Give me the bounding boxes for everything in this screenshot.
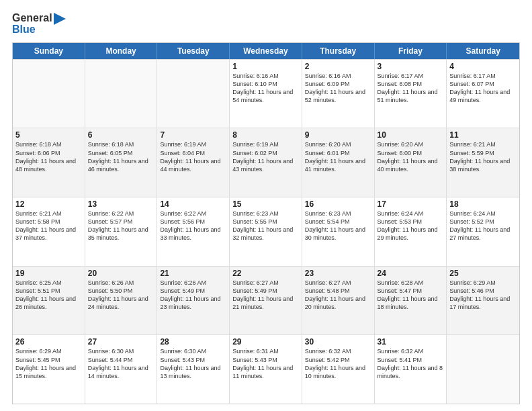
svg-marker-0: [54, 13, 66, 25]
cell-info: Sunrise: 6:26 AMSunset: 5:50 PMDaylight:…: [88, 279, 154, 312]
day-number: 13: [88, 199, 154, 209]
calendar-cell: 26Sunrise: 6:29 AMSunset: 5:45 PMDayligh…: [13, 335, 85, 404]
day-number: 30: [305, 337, 371, 347]
day-number: 15: [232, 199, 299, 209]
cell-info: Sunrise: 6:21 AMSunset: 5:58 PMDaylight:…: [15, 210, 82, 242]
day-number: 28: [160, 337, 226, 347]
day-of-week-header: Thursday: [302, 43, 375, 59]
day-of-week-header: Sunday: [13, 43, 85, 59]
day-number: 2: [305, 62, 371, 71]
day-of-week-header: Tuesday: [157, 43, 230, 59]
day-number: 24: [378, 269, 444, 278]
day-number: 6: [88, 130, 154, 140]
cell-info: Sunrise: 6:24 AMSunset: 5:52 PMDaylight:…: [449, 210, 517, 242]
cell-info: Sunrise: 6:23 AMSunset: 5:55 PMDaylight:…: [232, 210, 299, 242]
logo: General Blue: [12, 12, 66, 36]
day-number: 10: [378, 130, 444, 140]
cell-info: Sunrise: 6:17 AMSunset: 6:07 PMDaylight:…: [449, 72, 517, 105]
calendar-cell: [85, 60, 158, 128]
header: General Blue: [12, 12, 520, 36]
day-of-week-header: Friday: [375, 43, 447, 59]
cell-info: Sunrise: 6:28 AMSunset: 5:47 PMDaylight:…: [378, 279, 444, 312]
calendar-cell: 4Sunrise: 6:17 AMSunset: 6:07 PMDaylight…: [447, 60, 519, 128]
calendar-row: 19Sunrise: 6:25 AMSunset: 5:51 PMDayligh…: [13, 266, 519, 335]
calendar-cell: [447, 335, 519, 404]
calendar-cell: 10Sunrise: 6:20 AMSunset: 6:00 PMDayligh…: [375, 128, 447, 197]
day-number: 31: [378, 337, 444, 347]
calendar-cell: 15Sunrise: 6:23 AMSunset: 5:55 PMDayligh…: [230, 197, 302, 266]
day-number: 18: [449, 199, 517, 209]
calendar-cell: 18Sunrise: 6:24 AMSunset: 5:52 PMDayligh…: [447, 197, 519, 266]
calendar-cell: 13Sunrise: 6:22 AMSunset: 5:57 PMDayligh…: [85, 197, 158, 266]
day-number: 7: [160, 130, 226, 140]
calendar-body: 1Sunrise: 6:16 AMSunset: 6:10 PMDaylight…: [13, 59, 519, 404]
calendar-cell: 14Sunrise: 6:22 AMSunset: 5:56 PMDayligh…: [157, 197, 230, 266]
day-number: 22: [232, 269, 299, 278]
cell-info: Sunrise: 6:32 AMSunset: 5:41 PMDaylight:…: [378, 347, 444, 380]
calendar-cell: 12Sunrise: 6:21 AMSunset: 5:58 PMDayligh…: [13, 197, 85, 266]
day-number: 3: [378, 62, 444, 71]
day-number: 17: [378, 199, 444, 209]
calendar-row: 12Sunrise: 6:21 AMSunset: 5:58 PMDayligh…: [13, 197, 519, 266]
calendar-cell: 22Sunrise: 6:27 AMSunset: 5:49 PMDayligh…: [230, 267, 302, 335]
calendar-cell: 30Sunrise: 6:32 AMSunset: 5:42 PMDayligh…: [302, 335, 375, 404]
day-of-week-header: Saturday: [447, 43, 519, 59]
cell-info: Sunrise: 6:16 AMSunset: 6:09 PMDaylight:…: [305, 72, 371, 105]
cell-info: Sunrise: 6:18 AMSunset: 6:05 PMDaylight:…: [88, 140, 154, 173]
calendar-cell: [13, 60, 85, 128]
calendar-header: SundayMondayTuesdayWednesdayThursdayFrid…: [13, 43, 519, 59]
day-number: 1: [232, 62, 299, 71]
calendar-cell: [157, 60, 230, 128]
calendar-cell: 8Sunrise: 6:19 AMSunset: 6:02 PMDaylight…: [230, 128, 302, 197]
cell-info: Sunrise: 6:22 AMSunset: 5:57 PMDaylight:…: [88, 210, 154, 242]
calendar-row: 5Sunrise: 6:18 AMSunset: 6:06 PMDaylight…: [13, 128, 519, 197]
cell-info: Sunrise: 6:29 AMSunset: 5:45 PMDaylight:…: [15, 347, 82, 380]
cell-info: Sunrise: 6:16 AMSunset: 6:10 PMDaylight:…: [232, 72, 299, 105]
day-of-week-header: Wednesday: [230, 43, 302, 59]
calendar-cell: 20Sunrise: 6:26 AMSunset: 5:50 PMDayligh…: [85, 267, 158, 335]
day-number: 21: [160, 269, 226, 278]
day-number: 5: [15, 130, 82, 140]
day-number: 27: [88, 337, 154, 347]
calendar-cell: 9Sunrise: 6:20 AMSunset: 6:01 PMDaylight…: [302, 128, 375, 197]
day-number: 25: [449, 269, 517, 278]
day-number: 16: [305, 199, 371, 209]
cell-info: Sunrise: 6:27 AMSunset: 5:48 PMDaylight:…: [305, 279, 371, 312]
calendar-cell: 24Sunrise: 6:28 AMSunset: 5:47 PMDayligh…: [375, 267, 447, 335]
day-of-week-header: Monday: [85, 43, 158, 59]
day-number: 12: [15, 199, 82, 209]
calendar-cell: 1Sunrise: 6:16 AMSunset: 6:10 PMDaylight…: [230, 60, 302, 128]
calendar-cell: 3Sunrise: 6:17 AMSunset: 6:08 PMDaylight…: [375, 60, 447, 128]
day-number: 23: [305, 269, 371, 278]
cell-info: Sunrise: 6:19 AMSunset: 6:02 PMDaylight:…: [232, 140, 299, 173]
day-number: 8: [232, 130, 299, 140]
day-number: 29: [232, 337, 299, 347]
cell-info: Sunrise: 6:32 AMSunset: 5:42 PMDaylight:…: [305, 347, 371, 380]
cell-info: Sunrise: 6:23 AMSunset: 5:54 PMDaylight:…: [305, 210, 371, 242]
calendar-cell: 17Sunrise: 6:24 AMSunset: 5:53 PMDayligh…: [375, 197, 447, 266]
cell-info: Sunrise: 6:17 AMSunset: 6:08 PMDaylight:…: [378, 72, 444, 105]
calendar-cell: 19Sunrise: 6:25 AMSunset: 5:51 PMDayligh…: [13, 267, 85, 335]
calendar-cell: 6Sunrise: 6:18 AMSunset: 6:05 PMDaylight…: [85, 128, 158, 197]
cell-info: Sunrise: 6:25 AMSunset: 5:51 PMDaylight:…: [15, 279, 82, 312]
cell-info: Sunrise: 6:18 AMSunset: 6:06 PMDaylight:…: [15, 140, 82, 173]
day-number: 14: [160, 199, 226, 209]
calendar: SundayMondayTuesdayWednesdayThursdayFrid…: [12, 42, 520, 404]
calendar-row: 26Sunrise: 6:29 AMSunset: 5:45 PMDayligh…: [13, 334, 519, 404]
calendar-cell: 25Sunrise: 6:29 AMSunset: 5:46 PMDayligh…: [447, 267, 519, 335]
calendar-cell: 16Sunrise: 6:23 AMSunset: 5:54 PMDayligh…: [302, 197, 375, 266]
cell-info: Sunrise: 6:22 AMSunset: 5:56 PMDaylight:…: [160, 210, 226, 242]
cell-info: Sunrise: 6:31 AMSunset: 5:43 PMDaylight:…: [232, 347, 299, 380]
day-number: 26: [15, 337, 82, 347]
cell-info: Sunrise: 6:20 AMSunset: 6:01 PMDaylight:…: [305, 140, 371, 173]
calendar-cell: 29Sunrise: 6:31 AMSunset: 5:43 PMDayligh…: [230, 335, 302, 404]
calendar-cell: 5Sunrise: 6:18 AMSunset: 6:06 PMDaylight…: [13, 128, 85, 197]
calendar-cell: 11Sunrise: 6:21 AMSunset: 5:59 PMDayligh…: [447, 128, 519, 197]
page: General Blue SundayMondayTuesdayWednesda…: [0, 0, 532, 411]
calendar-cell: 27Sunrise: 6:30 AMSunset: 5:44 PMDayligh…: [85, 335, 158, 404]
day-number: 4: [449, 62, 517, 71]
cell-info: Sunrise: 6:20 AMSunset: 6:00 PMDaylight:…: [378, 140, 444, 173]
cell-info: Sunrise: 6:27 AMSunset: 5:49 PMDaylight:…: [232, 279, 299, 312]
cell-info: Sunrise: 6:29 AMSunset: 5:46 PMDaylight:…: [449, 279, 517, 312]
cell-info: Sunrise: 6:21 AMSunset: 5:59 PMDaylight:…: [449, 140, 517, 173]
